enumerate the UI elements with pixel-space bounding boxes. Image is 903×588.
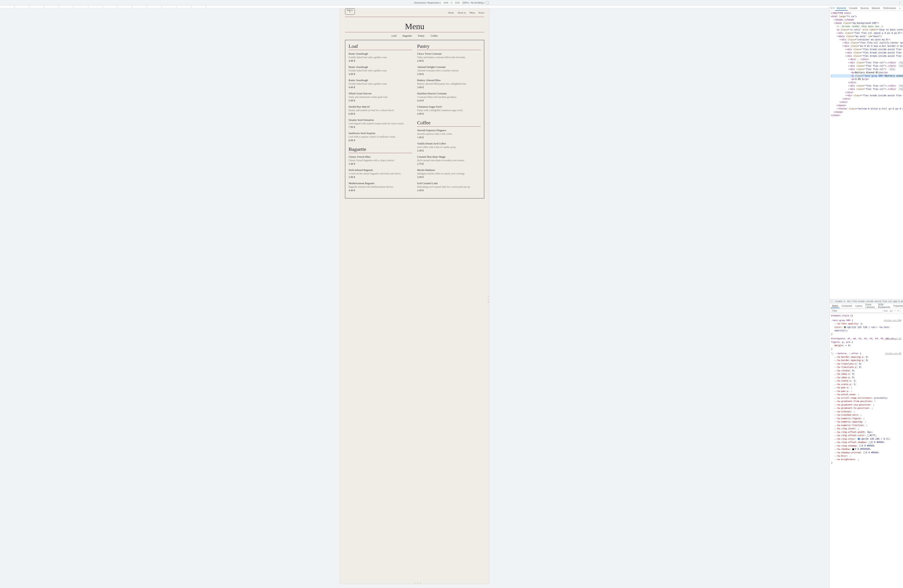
menu-item: Rustic SourdoughFreshly baked loaf with … bbox=[349, 78, 412, 89]
crumb-scroll-left-icon[interactable]: ‹ bbox=[830, 300, 833, 303]
category-link[interactable]: Coffee bbox=[431, 34, 438, 38]
category-link[interactable]: Pastry bbox=[418, 34, 425, 38]
styles-subtab[interactable]: Layout bbox=[854, 304, 864, 308]
dom-node[interactable]: </div> bbox=[831, 81, 903, 84]
hov-toggle[interactable]: :hov bbox=[884, 309, 888, 312]
devtools-tab[interactable]: Sources bbox=[859, 6, 870, 11]
dom-node[interactable]: <a class="sr-only" aria-label="skip to m… bbox=[831, 28, 903, 31]
css-rule[interactable]: styles.css:104.text-gray-300 {--tw-text-… bbox=[831, 319, 901, 336]
styles-pane[interactable]: element.style {}styles.css:104.text-gray… bbox=[829, 313, 903, 588]
viewport-height-input[interactable]: 1233 bbox=[453, 1, 461, 4]
dom-node[interactable]: ▸<div class="flex break-inside-avoid fle… bbox=[831, 51, 903, 55]
devtools-tab[interactable]: Performance bbox=[881, 6, 897, 11]
tabs-overflow[interactable]: » bbox=[898, 6, 902, 11]
menu-item-name: Classic French Bliss bbox=[349, 155, 412, 158]
styles-filter-input[interactable] bbox=[831, 309, 882, 313]
menu-item-desc: Freshly baked loaf with a golden crust. bbox=[349, 82, 412, 85]
dom-node[interactable]: </div> bbox=[831, 100, 903, 104]
devtools-tab[interactable]: Console bbox=[848, 6, 859, 11]
menu-item-desc: Almond croissant with a crunchy exterior… bbox=[417, 69, 481, 72]
css-source-link[interactable]: styles.css:45 bbox=[885, 352, 901, 355]
menu-item-desc: Hearty and seeded rye loaf for a robust … bbox=[349, 109, 412, 112]
site-logo[interactable]: Bakery ✦ bbox=[345, 8, 355, 15]
menu-item-desc: Iced coffee with a hint of vanilla syrup… bbox=[417, 146, 481, 149]
dom-node[interactable]: ▸<div class="flex flex-col">…</div> flex bbox=[831, 61, 903, 64]
dom-node[interactable]: <html lang="fr-ca"> bbox=[831, 15, 903, 18]
menu-item-name: Caramel Macchiato Magic bbox=[417, 155, 481, 158]
device-mode-icon[interactable]: ▭ bbox=[833, 6, 835, 9]
menu-item: Herb-infused BaguetteA twist on the clas… bbox=[349, 168, 412, 179]
nav-link[interactable]: Home bbox=[448, 11, 454, 14]
viewport-width-input[interactable]: 1440 bbox=[442, 1, 450, 4]
dom-node[interactable]: ▸<div class="flex flex-col space-y-4 px-… bbox=[831, 31, 903, 35]
dom-node[interactable]: <p>3.99 $</p> bbox=[831, 78, 903, 81]
breadcrumb-item[interactable]: olumns-2 bbox=[834, 300, 846, 303]
css-source-link[interactable]: styles.css:32 bbox=[885, 337, 901, 340]
new-style-rule-icon[interactable]: ＋ bbox=[894, 309, 896, 312]
dom-node[interactable]: ▸<head>…</head> bbox=[831, 18, 903, 22]
dom-node[interactable]: ▾<div class="container mx-auto my-8"> bbox=[831, 38, 903, 41]
dom-node[interactable]: ▸<footer class="bottom-0 block w-full px… bbox=[831, 107, 903, 110]
cls-toggle[interactable]: .cls bbox=[889, 309, 893, 312]
css-rule[interactable]: styles.css:32blockquote, dl, dd, h1, h2,… bbox=[831, 337, 901, 351]
menu-item-price: 2.79 $ bbox=[417, 162, 481, 166]
menu-item-price: 6.99 $ bbox=[349, 112, 412, 116]
menu-item-name: Herb-infused Baguette bbox=[349, 168, 412, 172]
dom-node[interactable]: ▸<div class="flex flex-col">…</div> flex bbox=[831, 64, 903, 67]
dom-node[interactable]: ▾<div class="flex break-inside-avoid fle… bbox=[831, 55, 903, 58]
menu-item: Seeded Rye MarvelHearty and seeded rye l… bbox=[349, 105, 412, 116]
dom-node[interactable]: ▸<div class="flex flex-col">…</div> flex bbox=[831, 84, 903, 88]
resize-handle-bottom-icon[interactable] bbox=[415, 583, 421, 583]
nav-link[interactable]: Hours bbox=[479, 11, 484, 14]
zoom-dropdown[interactable]: 100% bbox=[462, 2, 470, 4]
throttling-dropdown[interactable]: No throttling bbox=[471, 2, 485, 4]
devtools-tab[interactable]: Elements bbox=[835, 6, 848, 11]
menu-item-name: Rustic Sourdough bbox=[349, 78, 412, 82]
dom-node[interactable]: ▾<div class="flex flex-col"> flex bbox=[831, 67, 903, 71]
dom-node[interactable]: ▾<div class="mx-4 mt-3 max-w-6xl border-… bbox=[831, 44, 903, 48]
menu-item-price: 1.99 $ bbox=[417, 136, 481, 139]
dom-node[interactable]: <!--Screen reader skip main nav--> bbox=[831, 25, 903, 28]
menu-item-desc: Baguette infused with Mediterranean flav… bbox=[349, 185, 412, 188]
css-rule[interactable]: element.style {} bbox=[831, 314, 901, 318]
dom-node[interactable]: </html> bbox=[831, 114, 903, 117]
menu-item-desc: Pastry with a delightful cinnamon sugar … bbox=[417, 109, 481, 112]
dom-node[interactable]: ▸<div> … </div> bbox=[831, 58, 903, 61]
dom-node[interactable]: ▸<div class="flex break-inside-avoid fle… bbox=[831, 48, 903, 51]
styles-subtab[interactable]: Properties bbox=[892, 304, 903, 308]
nav-link[interactable]: About us bbox=[458, 11, 466, 14]
dom-tree[interactable]: <!DOCTYPE html><html lang="fr-ca">▸<head… bbox=[829, 11, 903, 299]
dom-node[interactable]: ▸<div class="flex break-inside-avoid fle… bbox=[831, 94, 903, 97]
dom-node[interactable]: ▸<div class="flex flex-col justify-cente… bbox=[831, 41, 903, 44]
resize-handle-right-icon[interactable] bbox=[488, 296, 489, 302]
css-source-link[interactable]: styles.css:104 bbox=[884, 319, 901, 322]
inspect-icon[interactable]: ◱ bbox=[830, 6, 832, 9]
dom-node[interactable]: …<p class="text-gray-300">Buttery almond… bbox=[831, 74, 903, 78]
styles-subtab[interactable]: Styles bbox=[831, 304, 839, 308]
styles-more-icon[interactable]: ⫶ bbox=[900, 309, 902, 312]
dimensions-dropdown[interactable]: Dimensions: Responsive bbox=[414, 2, 441, 4]
menu-item: Hazelnut Heaven CroissantCroissant fille… bbox=[417, 92, 481, 102]
menu-item: Cinnamon Sugar SwirlPastry with a deligh… bbox=[417, 105, 481, 116]
rotate-icon[interactable] bbox=[486, 1, 489, 4]
category-link[interactable]: Loaf bbox=[392, 34, 396, 38]
category-link[interactable]: Baguette bbox=[403, 34, 412, 38]
menu-item: Almond Delight CroissantAlmond croissant… bbox=[417, 65, 481, 76]
dom-node[interactable]: ▾<main class="mx-auto" id="main"> bbox=[831, 35, 903, 38]
devtools-tab[interactable]: Network bbox=[870, 6, 881, 11]
device-toolbar-menu-icon[interactable]: ⋮ bbox=[898, 1, 901, 4]
dom-node[interactable]: </main> bbox=[831, 104, 903, 107]
nav-link[interactable]: Menu bbox=[469, 11, 475, 14]
menu-item-desc: Indulgent mocha coffee to satisfy your c… bbox=[417, 172, 481, 175]
dom-node[interactable]: </div> bbox=[831, 91, 903, 94]
dom-node[interactable]: <p>Buttery Almond Bliss</p> bbox=[831, 71, 903, 74]
dom-node[interactable]: ▸<div class="flex flex-col">…</div> flex bbox=[831, 88, 903, 91]
dom-node[interactable]: </div> bbox=[831, 97, 903, 100]
menu-item-price: 4.99 $ bbox=[349, 60, 412, 63]
styles-subtab[interactable]: Computed bbox=[840, 304, 853, 308]
css-rule[interactable]: styles.css:45*, ::before, ::after {--tw-… bbox=[831, 352, 901, 465]
computed-toggle-icon[interactable]: ▭ bbox=[897, 309, 899, 312]
dom-node[interactable]: <!DOCTYPE html> bbox=[831, 12, 903, 15]
dom-node[interactable]: ▾<body class="bg-background-100"> bbox=[831, 22, 903, 25]
dom-node[interactable]: </body> bbox=[831, 110, 903, 114]
